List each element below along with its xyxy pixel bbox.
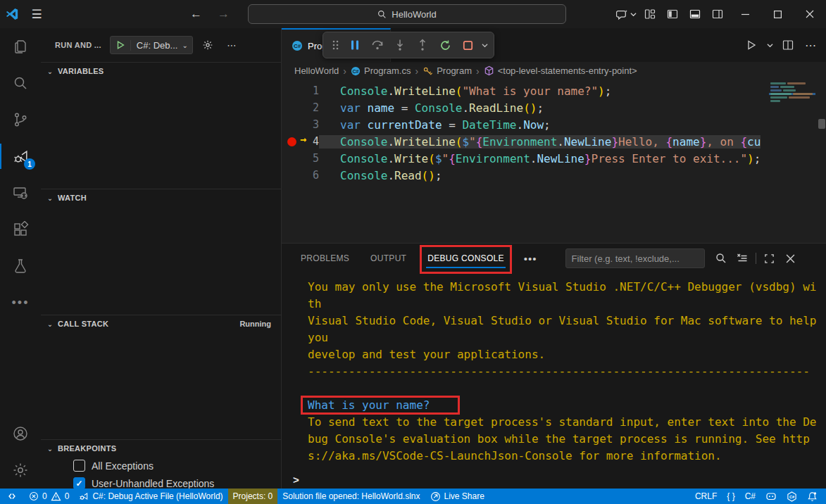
gutter[interactable]: 1	[282, 84, 319, 97]
variables-header[interactable]: ⌄ VARIABLES	[41, 63, 281, 80]
toolbar-drag-grip-icon[interactable]	[327, 34, 343, 56]
divider	[756, 253, 756, 264]
run-file-icon[interactable]	[741, 36, 761, 54]
debug-settings-gear-icon[interactable]	[199, 37, 217, 53]
search-sidebar-icon[interactable]	[0, 65, 41, 101]
brackets-indicator[interactable]: { }	[722, 489, 739, 504]
code-line[interactable]: 3var currentDate = DateTime.Now;	[282, 116, 763, 133]
code-text: Console.Read();	[319, 169, 442, 182]
csharp-file-icon: C#	[292, 40, 303, 51]
notifications-bell-icon[interactable]	[802, 489, 826, 504]
source-control-icon[interactable]	[0, 101, 41, 138]
console-search-icon[interactable]	[711, 249, 732, 267]
checkbox-checked[interactable]	[73, 477, 85, 489]
remote-explorer-icon[interactable]	[0, 175, 41, 211]
panel-more-tabs-icon[interactable]: •••	[524, 253, 537, 265]
minimap[interactable]	[769, 82, 815, 243]
call-stack-status: Running	[239, 320, 271, 328]
tab-output[interactable]: OUTPUT	[369, 244, 408, 273]
console-filter-input[interactable]: Filter (e.g. text, !exclude,...	[565, 248, 705, 268]
maximize-panel-icon[interactable]	[759, 249, 780, 267]
step-out-icon[interactable]	[412, 34, 433, 56]
breakpoint-dot[interactable]	[287, 137, 296, 146]
code-line[interactable]: 6Console.Read();	[282, 167, 763, 184]
breadcrumb-program-cs[interactable]: C# Program.cs	[351, 65, 411, 76]
copilot-dropdown-chevron-icon[interactable]	[627, 4, 639, 24]
window-maximize-button[interactable]	[761, 0, 794, 28]
breadcrumb-program-symbol[interactable]: Program	[423, 65, 472, 76]
symbol-key-icon	[423, 65, 433, 76]
start-debug-icon[interactable]	[111, 40, 130, 50]
title-bar: ☰ ← → HelloWorld	[0, 0, 826, 28]
eol-indicator[interactable]: CRLF	[690, 489, 722, 504]
code-line[interactable]: 1Console.WriteLine("What is your name?")…	[282, 82, 763, 99]
code-line[interactable]: 4→Console.WriteLine($"{Environment.NewLi…	[282, 133, 763, 150]
debug-status[interactable]: C#: Debug Active File (HelloWorld)	[74, 489, 227, 504]
svg-text:C#: C#	[789, 494, 795, 498]
explorer-icon[interactable]	[0, 28, 41, 65]
gutter[interactable]: 6	[282, 169, 319, 182]
toggle-panel-icon[interactable]	[684, 4, 706, 24]
stop-icon[interactable]	[457, 34, 478, 56]
problems-status[interactable]: 0 0	[24, 489, 74, 504]
breadcrumb-helloworld[interactable]: HelloWorld	[294, 65, 339, 76]
restart-icon[interactable]	[434, 34, 456, 56]
search-value: HelloWorld	[392, 9, 436, 20]
window-close-button[interactable]	[794, 0, 826, 28]
tab-problems[interactable]: PROBLEMS	[299, 244, 351, 273]
breadcrumb-entry-point[interactable]: <top-level-statements-entry-point>	[484, 65, 637, 76]
watch-header[interactable]: ⌄ WATCH	[41, 189, 281, 206]
copilot-status-icon[interactable]	[761, 489, 782, 504]
tab-debug-console[interactable]: DEBUG CONSOLE	[426, 244, 506, 273]
solution-status[interactable]: Solution file opened: HelloWorld.slnx	[277, 489, 425, 504]
checkbox-unchecked[interactable]	[73, 460, 85, 472]
pause-icon[interactable]	[344, 34, 365, 56]
stop-dropdown-chevron-icon[interactable]	[480, 34, 489, 56]
step-over-icon[interactable]	[367, 34, 388, 56]
debug-console-input[interactable]: >	[282, 470, 826, 489]
call-stack-header[interactable]: ⌄ CALL STACK Running	[41, 315, 281, 332]
code-line[interactable]: 5Console.Write($"{Environment.NewLine}Pr…	[282, 150, 763, 167]
remote-indicator[interactable]	[0, 489, 24, 504]
sidebar-more-actions-icon[interactable]: ⋯	[223, 37, 241, 53]
launch-config-label[interactable]: C#: Deb...	[130, 40, 181, 51]
code-editor[interactable]: 1Console.WriteLine("What is your name?")…	[282, 80, 826, 243]
projects-badge[interactable]: Projects: 0	[228, 489, 278, 504]
editor-scrollbar[interactable]	[818, 119, 825, 129]
debug-icon	[79, 491, 89, 501]
extensions-icon[interactable]	[0, 211, 41, 248]
gutter[interactable]: 2	[282, 101, 319, 114]
menu-hamburger-icon[interactable]: ☰	[24, 4, 49, 24]
run-dropdown-chevron-icon[interactable]	[764, 36, 775, 54]
nav-back-icon[interactable]: ←	[190, 7, 202, 21]
close-panel-icon[interactable]	[780, 249, 801, 267]
toggle-primary-sidebar-icon[interactable]	[661, 4, 684, 24]
code-line[interactable]: 2var name = Console.ReadLine();	[282, 99, 763, 116]
accounts-icon[interactable]	[0, 415, 41, 452]
toggle-secondary-sidebar-icon[interactable]	[706, 4, 729, 24]
customize-layout-icon[interactable]	[639, 4, 661, 24]
live-share-button[interactable]: Live Share	[425, 489, 489, 504]
gutter[interactable]: 5	[282, 152, 319, 165]
console-line: Visual Studio Code, Visual Studio or Vis…	[308, 314, 826, 331]
command-center-search[interactable]: HelloWorld	[248, 4, 566, 24]
breakpoint-item[interactable]: All Exceptions	[41, 457, 281, 474]
code-lines: 1Console.WriteLine("What is your name?")…	[282, 82, 763, 184]
window-minimize-button[interactable]	[729, 0, 761, 28]
csharp-extension-icon[interactable]: C#	[782, 489, 802, 504]
breakpoints-header[interactable]: ⌄ BREAKPOINTS	[41, 440, 281, 457]
gutter[interactable]: 3	[282, 118, 319, 131]
run-and-debug-icon[interactable]: 1	[0, 138, 41, 175]
step-into-icon[interactable]	[389, 34, 411, 56]
split-editor-icon[interactable]	[778, 36, 798, 54]
debug-console-output[interactable]: You may only use the Microsoft Visual St…	[282, 273, 826, 470]
language-indicator[interactable]: C#	[740, 489, 761, 504]
testing-icon[interactable]	[0, 248, 41, 284]
launch-config-widget[interactable]: C#: Deb... ⌄	[110, 36, 193, 54]
editor-more-actions-icon[interactable]: ⋯	[801, 36, 820, 54]
clear-console-icon[interactable]	[732, 249, 753, 267]
settings-gear-icon[interactable]	[0, 452, 41, 489]
nav-forward-icon[interactable]: →	[218, 7, 230, 21]
launch-config-chevron-icon[interactable]: ⌄	[180, 42, 192, 49]
more-views-icon[interactable]: •••	[0, 284, 41, 321]
